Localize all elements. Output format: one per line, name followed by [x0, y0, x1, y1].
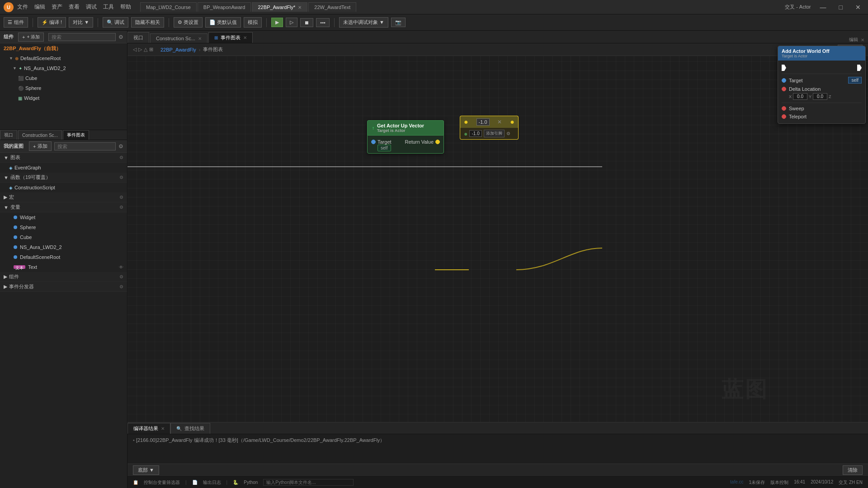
bottom-tab-compile[interactable]: 编译器结果 ✕ [127, 423, 170, 434]
component-search-input[interactable] [48, 33, 116, 41]
win-close[interactable]: ✕ [852, 4, 864, 11]
clear-button[interactable]: 清除 [843, 465, 863, 475]
center-tab-viewport[interactable]: 视口 [127, 32, 149, 43]
tab-weapon[interactable]: BP_WeaponAward [198, 2, 251, 12]
float-make-close[interactable]: ✕ [497, 119, 502, 125]
tree-widget[interactable]: ▦ Widget [0, 93, 127, 103]
toolbar-compile[interactable]: ⚡ 编译 ! [38, 17, 66, 28]
variables-section[interactable]: ▼ 变量 ⚙ [0, 202, 127, 212]
menu-asset[interactable]: 资产 [52, 3, 62, 11]
float-make-settings-icon[interactable]: ⚙ [506, 131, 510, 136]
menu-file[interactable]: 文件 [17, 3, 28, 11]
menu-edit[interactable]: 编辑 [34, 3, 45, 11]
float-make-node[interactable]: ● -1.0 ✕ ● ● -1.0 添加引脚 ⚙ [460, 116, 519, 140]
var-sphere[interactable]: Sphere [0, 222, 127, 232]
bottom-pagination-btn[interactable]: 底部 ▼ [133, 465, 159, 475]
var-ns-aura[interactable]: NS_Aura_LWD2_2 [0, 242, 127, 252]
exec-in-pin[interactable] [782, 65, 786, 71]
nav-forward-icon[interactable]: ▷ [138, 47, 142, 52]
var-defaultsceneroot[interactable]: DefaultSceneRoot [0, 252, 127, 262]
nav-up-icon[interactable]: △ [144, 47, 147, 52]
blueprint-canvas[interactable]: ◁ ▷ △ ⊞ 22BP_AwardFly › 事件图表 缩放 1:1 [127, 43, 868, 422]
breadcrumb-root[interactable]: 22BP_AwardFly [160, 47, 196, 52]
variables-settings[interactable]: ⚙ [119, 205, 123, 210]
nav-back-icon[interactable]: ◁ [133, 47, 137, 52]
return-pin[interactable] [435, 140, 440, 144]
target-pin[interactable] [371, 140, 376, 144]
my-blueprints-search[interactable] [54, 142, 116, 150]
win-maximize[interactable]: □ [835, 4, 846, 11]
tree-eventgraph[interactable]: ◈ EventGraph [0, 163, 127, 173]
win-minimize[interactable]: — [816, 4, 830, 11]
float-make-right-pin[interactable]: ● [510, 118, 514, 126]
var-cube[interactable]: Cube [0, 232, 127, 242]
delta-x-input[interactable] [793, 93, 807, 100]
center-tab-construction-close[interactable]: ✕ [198, 36, 202, 41]
bottom-tab-search[interactable]: 🔍 查找结果 [170, 423, 210, 434]
python-input[interactable] [263, 479, 354, 486]
tab-map[interactable]: Map_LWD2_Course [140, 2, 197, 12]
nav-home-icon[interactable]: ⊞ [149, 47, 153, 52]
var-text-eye-icon[interactable]: 👁 [119, 265, 123, 270]
tab-awardflyactive[interactable]: 22BP_AwardFly* ✕ [252, 2, 307, 12]
tree-sphere[interactable]: ⚫ Sphere [0, 83, 127, 93]
tree-cube[interactable]: ⬛ Cube [0, 73, 127, 83]
sub-tab-viewport[interactable]: 视口 [0, 130, 17, 140]
toolbar-simulate[interactable]: 模拟 [244, 17, 262, 28]
float-make-green-pin[interactable]: ● [464, 130, 467, 137]
event-dispatcher-settings[interactable]: ⚙ [119, 284, 123, 289]
sweep-pin[interactable] [782, 106, 786, 111]
components-var-settings[interactable]: ⚙ [119, 274, 123, 279]
delta-y-input[interactable] [813, 93, 827, 100]
menu-debug[interactable]: 调试 [86, 3, 97, 11]
toolbar-hide-unrelated[interactable]: 隐藏不相关 [131, 17, 164, 28]
toolbar-debug-object[interactable]: 未选中调试对象 ▼ [339, 17, 388, 28]
graphs-settings[interactable]: ⚙ [119, 155, 123, 160]
menu-view[interactable]: 查看 [69, 3, 80, 11]
float-make-z-value[interactable]: -1.0 [469, 130, 481, 137]
delta-pin[interactable] [782, 87, 786, 91]
my-blueprints-gear-icon[interactable]: ⚙ [118, 143, 123, 150]
macros-section[interactable]: ▶ 宏 ⚙ [0, 192, 127, 202]
add-actor-world-offset-node[interactable]: Add Actor World Off Target is Actor [778, 46, 866, 124]
float-make-left-pin[interactable]: ● [464, 118, 468, 126]
toolbar-play[interactable]: ▶ [271, 18, 283, 27]
my-blueprints-add[interactable]: + 添加 [29, 141, 52, 151]
event-dispatcher-section[interactable]: ▶ 事件分发器 ⚙ [0, 282, 127, 292]
toolbar-components[interactable]: ☰ 组件 [4, 17, 28, 28]
tree-ns-aura[interactable]: ▼ ✦ NS_Aura_LWD2_2 [0, 63, 127, 73]
float-make-value[interactable]: -1.0 [476, 118, 490, 126]
center-tab-eventgraph[interactable]: ⊞ 事件图表 ✕ [208, 32, 253, 43]
menu-help[interactable]: 帮助 [120, 3, 131, 11]
center-tab-construction[interactable]: Construction Sc... ✕ [150, 33, 208, 43]
get-actor-up-vector-node[interactable]: ↑ Get Actor Up Vector Target is Actor Ta… [367, 120, 444, 154]
components-gear-icon[interactable]: ⚙ [118, 34, 123, 40]
exec-out-pin[interactable] [857, 65, 862, 71]
tree-constructionscript[interactable]: ◈ ConstructionScript [0, 183, 127, 192]
toolbar-step[interactable]: ▷ [286, 18, 297, 27]
toolbar-more[interactable]: ••• [316, 18, 330, 27]
tab-awardflyactive-close[interactable]: ✕ [298, 5, 302, 10]
functions-section[interactable]: ▼ 函数（19可覆盖） ⚙ [0, 173, 127, 183]
center-tab-close[interactable]: ✕ [861, 38, 864, 42]
toolbar-camera[interactable]: 📷 [391, 18, 406, 27]
toolbar-class-settings[interactable]: ⚙ 类设置 [174, 17, 203, 28]
functions-settings[interactable]: ⚙ [119, 175, 123, 180]
sub-tab-construction[interactable]: Construction Sc... [18, 130, 62, 140]
var-text[interactable]: 文本 Text 👁 [0, 262, 127, 272]
toolbar-class-defaults[interactable]: 📄 类默认值 [205, 17, 241, 28]
var-widget[interactable]: Widget [0, 212, 127, 222]
tab-awardtext[interactable]: 22W_AwardText [308, 2, 356, 12]
bottom-tab-compile-close[interactable]: ✕ [161, 426, 165, 431]
components-var-section[interactable]: ▶ 组件 ⚙ [0, 272, 127, 282]
toolbar-stop[interactable]: ⏹ [300, 18, 313, 27]
toolbar-diff[interactable]: 对比 ▼ [69, 17, 93, 28]
menu-tools[interactable]: 工具 [103, 3, 114, 11]
teleport-pin[interactable] [782, 114, 786, 119]
add-actor-target-pin[interactable] [782, 78, 786, 83]
center-tab-eventgraph-close[interactable]: ✕ [243, 35, 247, 40]
macros-settings[interactable]: ⚙ [119, 195, 123, 200]
add-component-button[interactable]: + + 添加 [18, 33, 44, 42]
add-pin-button[interactable]: 添加引脚 [484, 130, 505, 137]
sub-tab-eventgraph[interactable]: 事件图表 [63, 130, 89, 140]
